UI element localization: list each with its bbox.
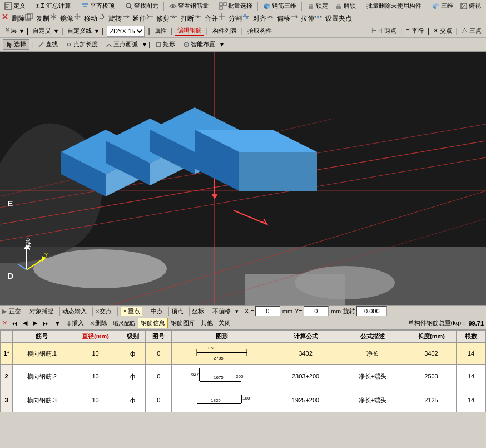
grade-1: ф — [120, 343, 146, 365]
sb-sep1 — [27, 307, 27, 316]
batch-select-btn[interactable]: 批量选择 — [216, 1, 255, 11]
set-grip-btn[interactable]: 设置夹点 — [314, 13, 351, 23]
y-input[interactable] — [304, 306, 329, 316]
th-length: 长度(mm) — [406, 331, 456, 343]
table-row[interactable]: 2 横向钢筋.2 10 ф 0 627 1675 200 — [1, 365, 486, 388]
table-row[interactable]: 3 横向钢筋.3 10 ф 0 1825 100 1925+2 — [1, 388, 486, 412]
th-shape-num: 图号 — [146, 331, 172, 343]
mm2-label: mm — [331, 308, 341, 314]
nav-custom-line[interactable]: 自定义线 — [65, 27, 94, 35]
sum-calc-btn[interactable]: Σ Σ 汇总计算 — [33, 1, 73, 11]
align-top-btn[interactable]: 平齐板顶 — [78, 1, 117, 11]
nav-custom[interactable]: 自定义 — [31, 27, 53, 35]
rotate-btn[interactable]: 旋转 — [97, 13, 121, 23]
other-btn[interactable]: 其他 — [198, 318, 216, 328]
last-btn[interactable]: ⏭ — [40, 319, 52, 328]
nav-pick-component[interactable]: 拾取构件 — [245, 27, 274, 35]
th-diameter: 直径(mm) — [71, 331, 120, 343]
snap-btn[interactable]: 对象捕捉 — [29, 307, 54, 316]
extend-btn[interactable]: 延伸 — [122, 13, 146, 23]
nav-ping-xing[interactable]: ≡ 平行 — [404, 27, 425, 35]
unlock-btn[interactable]: 解锁 — [332, 1, 359, 11]
midpoint-btn[interactable]: 重点 — [120, 307, 142, 316]
nav-san-dian[interactable]: △ 三点 — [459, 27, 484, 35]
break-btn[interactable]: 打断 — [170, 13, 194, 23]
formula-3: 1925+200 — [272, 388, 339, 412]
rectangle-tool[interactable]: 矩形 — [152, 39, 178, 50]
mid2-btn[interactable]: 中点 — [151, 307, 163, 316]
nav-liang-dian[interactable]: ⊢⊣ 两点 — [369, 27, 399, 35]
nav-floor[interactable]: 首层 — [2, 27, 19, 35]
rebar-info-btn[interactable]: 钢筋信息 — [138, 318, 168, 328]
copy-btn[interactable]: 复制 — [25, 13, 49, 23]
3d-view-btn[interactable]: 三维 — [429, 1, 456, 11]
y-label: Y= — [295, 308, 302, 314]
total-label: 单构件钢筋总重(kg)： — [408, 319, 468, 327]
smart-icon — [183, 41, 190, 48]
first-btn[interactable]: ⏮ — [8, 319, 20, 328]
intersect-btn[interactable]: 交点 — [100, 307, 112, 316]
move-icon — [73, 13, 81, 21]
next-btn[interactable]: ▶ — [30, 318, 40, 328]
sb-sep9 — [242, 307, 242, 316]
find-element-btn[interactable]: 查找图元 — [122, 1, 161, 11]
no-shift-btn[interactable]: 不偏移 — [212, 307, 231, 316]
dynamic-input-btn[interactable]: 动态输入 — [62, 307, 87, 316]
nav-component-list[interactable]: 构件列表 — [210, 27, 239, 35]
rotation-input[interactable] — [356, 306, 387, 316]
prev-btn[interactable]: ◀ — [20, 318, 30, 328]
label-e: E — [8, 199, 13, 208]
split-btn[interactable]: 分割 — [218, 13, 242, 23]
scale-config-btn[interactable]: 缩尺配筋 — [110, 318, 138, 328]
close-btn[interactable]: 关闭 — [216, 318, 234, 328]
batch-delete-btn[interactable]: 批量删除未使用构件 — [364, 1, 424, 11]
pb-delete-btn[interactable]: 删除 — [87, 318, 110, 328]
add-length-tool[interactable]: 点加长度 — [62, 39, 101, 50]
define-btn[interactable]: 定 定义 — [2, 1, 28, 11]
count-3: 14 — [457, 388, 486, 412]
move-btn[interactable]: 移动 — [73, 13, 97, 23]
rebar-3d-btn[interactable]: 钢筋三维 — [260, 1, 299, 11]
offset-btn[interactable]: 偏移 — [266, 13, 290, 23]
merge-btn[interactable]: 合并 — [194, 13, 218, 23]
rebar-diagram-btn[interactable]: 钢筋图库 — [168, 318, 198, 328]
delete-btn[interactable]: 删除 — [1, 13, 25, 23]
coord-btn[interactable]: 坐标 — [192, 307, 204, 316]
select-tool[interactable]: 选择 — [3, 39, 29, 50]
nav-jiao-dian[interactable]: ✕ 交点 — [431, 27, 454, 35]
align-btn[interactable]: 对齐 — [242, 13, 266, 23]
th-index — [1, 331, 13, 343]
vertex-btn[interactable]: 顶点 — [171, 307, 184, 316]
jin-hao-3: 横向钢筋.3 — [13, 388, 71, 412]
view-rebar-btn[interactable]: 查看钢筋量 — [166, 1, 211, 11]
length-2: 2503 — [406, 365, 456, 388]
svg-text:1675: 1675 — [214, 375, 224, 380]
x-input[interactable] — [255, 306, 280, 316]
down-btn[interactable]: ▼ — [52, 319, 63, 328]
nav-property[interactable]: 属性 — [152, 27, 169, 35]
top-view-btn[interactable]: 俯视 — [457, 1, 484, 11]
shape-svg-2: 627 1675 200 — [191, 366, 252, 386]
unlock-icon — [335, 2, 343, 10]
smart-layout-tool[interactable]: 智能布置 — [180, 39, 219, 50]
lock-btn[interactable]: 锁定 — [304, 1, 331, 11]
desc-3: 净长+端头 — [339, 388, 406, 412]
mm1-label: mm — [282, 308, 292, 314]
orthogonal-btn[interactable]: 正交 — [9, 307, 21, 316]
straight-line-tool[interactable]: 直线 — [34, 39, 61, 50]
view-icon — [169, 2, 177, 10]
zdyx-select[interactable]: ZDYX-15 — [107, 26, 145, 37]
th-count: 根数 — [457, 331, 486, 343]
viewport-bg-svg — [0, 52, 486, 305]
three-arc-tool[interactable]: 三点画弧 — [102, 39, 141, 50]
sep-tools3: ▾ — [219, 41, 225, 48]
table-row[interactable]: 1* 横向钢筋.1 10 ф 0 353 2705 — [1, 343, 486, 365]
stretch-btn[interactable]: 拉伸 — [290, 13, 314, 23]
mirror-btn[interactable]: 镜像 — [49, 13, 73, 23]
trim-btn[interactable]: 修剪 — [146, 13, 170, 23]
tools-row: 选择 | 直线 点加长度 三点画弧 ▾ | 矩形 智能布置 ▾ — [0, 38, 486, 51]
insert-btn[interactable]: 插入 — [63, 318, 87, 328]
nav-edit-rebar[interactable]: 编辑钢筋 — [175, 26, 204, 36]
label-d: D — [8, 272, 13, 280]
axis-indicator: Z Y 1400 — [16, 242, 49, 277]
